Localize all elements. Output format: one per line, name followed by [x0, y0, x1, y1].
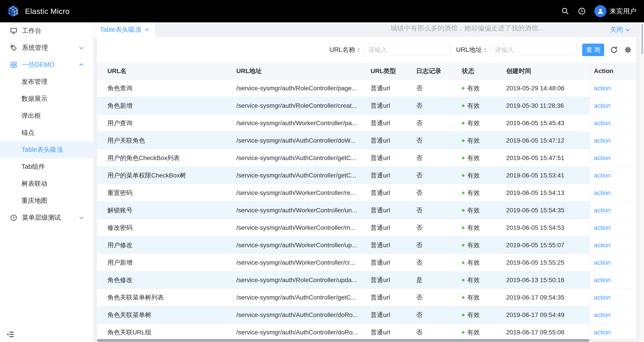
table-row: 角色新增/service-sysmgr/auth/RoleController/…	[97, 97, 636, 114]
column-header: URL名	[97, 63, 233, 80]
sidebar-subitem[interactable]: 重庆地图	[0, 192, 93, 209]
action-link[interactable]: action	[594, 85, 611, 92]
cell-url-type: 普通url	[367, 114, 413, 132]
cell-url-address: /service-sysmgr/auth/WorkerController/re…	[233, 184, 367, 202]
url-name-input[interactable]	[364, 43, 450, 56]
sidebar-subitem[interactable]: 锚点	[0, 124, 93, 141]
action-link[interactable]: action	[594, 242, 611, 249]
action-link[interactable]: action	[594, 224, 611, 231]
cell-url-type: 普通url	[367, 289, 413, 306]
cell-url-address: /service-sysmgr/auth/WorkerController/un…	[233, 202, 367, 219]
table-row: 角色关联URL组/service-sysmgr/auth/AuthControl…	[97, 324, 636, 341]
sidebar-subitem[interactable]: 树表联动	[0, 175, 93, 192]
cell-created: 2019-06-05 15:54:35	[502, 202, 590, 219]
sidebar-item-label: Table表头吸顶	[22, 145, 84, 154]
cell-url-address: /service-sysmgr/auth/WorkerController/pa…	[233, 114, 367, 132]
tab-close-dropdown[interactable]: 关闭	[610, 22, 630, 37]
status-dot-icon	[462, 87, 464, 90]
table-row: 用户查询/service-sysmgr/auth/WorkerControlle…	[97, 114, 636, 132]
cell-url-name: 用户关联角色	[97, 132, 233, 149]
horizontal-scrollbar[interactable]	[97, 339, 636, 342]
cell-action: action	[590, 184, 636, 202]
action-link[interactable]: action	[594, 311, 611, 319]
user-menu[interactable]: 来宾用户	[594, 5, 636, 17]
cell-action: action	[590, 271, 636, 289]
tab-bar: Table表头吸顶 × 关闭	[93, 22, 644, 37]
search-icon[interactable]	[561, 7, 569, 15]
settings-gear-icon[interactable]	[624, 46, 632, 54]
sidebar-subitem[interactable]: 弹出框	[0, 107, 93, 124]
cell-log: 否	[413, 114, 458, 132]
column-header: URL地址	[233, 63, 367, 80]
sidebar-subitem[interactable]: 发布管理	[0, 73, 93, 90]
action-link[interactable]: action	[594, 189, 611, 197]
horizontal-scrollbar-thumb[interactable]	[97, 339, 590, 342]
cell-created: 2019-06-05 15:47:51	[502, 149, 590, 167]
action-link[interactable]: action	[594, 154, 611, 162]
refresh-icon[interactable]	[610, 46, 618, 54]
cell-action: action	[590, 80, 636, 97]
status-dot-icon	[462, 296, 464, 299]
table-row: 用户关联角色/service-sysmgr/auth/AuthControlle…	[97, 132, 636, 149]
tag-icon	[10, 44, 18, 52]
cell-created: 2019-06-05 15:54:13	[502, 184, 590, 202]
url-name-label: URL名称：	[330, 45, 362, 54]
sidebar-menu: 工作台系统管理一些DEMO发布管理数据展示弹出框锚点Table表头吸顶Tab组件…	[0, 22, 93, 226]
query-button[interactable]: 查 询	[582, 43, 604, 56]
cell-url-name: 用户查询	[97, 114, 233, 132]
action-link[interactable]: action	[594, 329, 611, 336]
table-row: 用户的菜单权限CheckBox树/service-sysmgr/auth/Aut…	[97, 167, 636, 184]
cell-created: 2019-05-29 14:48:06	[502, 80, 590, 97]
cell-url-name: 角色关联菜单树	[97, 306, 233, 324]
cell-url-name: 角色新增	[97, 97, 233, 114]
cell-url-name: 解锁账号	[97, 202, 233, 219]
status-dot-icon	[462, 104, 464, 107]
cell-status: 有效	[458, 97, 502, 114]
vertical-scrollbar-thumb[interactable]	[641, 24, 643, 54]
collapse-sidebar-icon[interactable]	[6, 330, 15, 339]
column-header: 状态	[458, 63, 502, 80]
tab-close-icon[interactable]: ×	[145, 26, 149, 33]
cell-url-type: 普通url	[367, 219, 413, 237]
sidebar-item[interactable]: 系统管理	[0, 39, 93, 56]
action-link[interactable]: action	[594, 137, 611, 144]
username: 来宾用户	[610, 7, 636, 16]
history-clock-icon[interactable]	[578, 7, 586, 15]
table-row: 角色关联菜单树/service-sysmgr/auth/AuthControll…	[97, 306, 636, 324]
history-icon	[10, 214, 18, 222]
action-link[interactable]: action	[594, 172, 611, 179]
sidebar-subitem[interactable]: Tab组件	[0, 158, 93, 175]
cell-action: action	[590, 254, 636, 271]
cell-action: action	[590, 306, 636, 324]
action-link[interactable]: action	[594, 259, 611, 266]
app-logo-icon[interactable]	[7, 5, 20, 18]
action-link[interactable]: action	[594, 277, 611, 284]
monitor-icon	[10, 27, 18, 35]
cell-action: action	[590, 237, 636, 254]
grid-icon	[10, 61, 18, 69]
cell-log: 否	[413, 184, 458, 202]
content-card: URL名称： URL地址： 查 询 URL名URL地址URL类型日志记录状态	[97, 37, 636, 342]
table-row: 重置密码/service-sysmgr/auth/WorkerControlle…	[97, 184, 636, 202]
sidebar-item[interactable]: 一些DEMO	[0, 56, 93, 73]
tab-table-sticky-header[interactable]: Table表头吸顶 ×	[94, 22, 155, 37]
action-link[interactable]: action	[594, 102, 611, 109]
action-link[interactable]: action	[594, 207, 611, 214]
cell-url-name: 用户新增	[97, 254, 233, 271]
sidebar-subitem[interactable]: 数据展示	[0, 90, 93, 107]
cell-created: 2019-06-17 09:55:08	[502, 324, 590, 341]
cell-status: 有效	[458, 132, 502, 149]
cell-action: action	[590, 202, 636, 219]
cell-url-type: 普通url	[367, 271, 413, 289]
sidebar-item[interactable]: 工作台	[0, 22, 93, 39]
status-dot-icon	[462, 226, 464, 229]
vertical-scrollbar[interactable]	[640, 22, 644, 342]
sidebar-item-label: 发布管理	[22, 77, 84, 86]
sidebar-subitem[interactable]: Table表头吸顶	[0, 141, 93, 158]
action-link[interactable]: action	[594, 120, 611, 127]
action-link[interactable]: action	[594, 294, 611, 301]
sidebar-item[interactable]: 菜单层级测试	[0, 209, 93, 226]
cell-created: 2019-05-30 11:28:36	[502, 97, 590, 114]
cell-log: 否	[413, 237, 458, 254]
url-address-input[interactable]	[491, 43, 577, 56]
